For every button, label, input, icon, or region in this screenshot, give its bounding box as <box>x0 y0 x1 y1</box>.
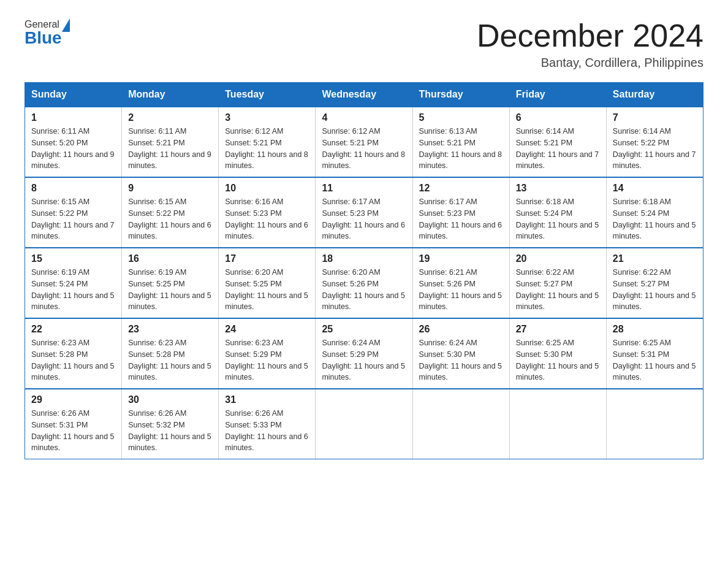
day-info: Sunrise: 6:13 AMSunset: 5:21 PMDaylight:… <box>419 127 502 170</box>
calendar-table: SundayMondayTuesdayWednesdayThursdayFrid… <box>25 82 703 459</box>
calendar-cell: 31 Sunrise: 6:26 AMSunset: 5:33 PMDaylig… <box>219 389 316 459</box>
day-info: Sunrise: 6:25 AMSunset: 5:30 PMDaylight:… <box>516 339 599 381</box>
calendar-week-row: 29 Sunrise: 6:26 AMSunset: 5:31 PMDaylig… <box>25 389 703 459</box>
day-info: Sunrise: 6:18 AMSunset: 5:24 PMDaylight:… <box>613 197 696 240</box>
day-info: Sunrise: 6:23 AMSunset: 5:28 PMDaylight:… <box>31 339 115 381</box>
calendar-cell: 12 Sunrise: 6:17 AMSunset: 5:23 PMDaylig… <box>412 177 509 248</box>
day-info: Sunrise: 6:26 AMSunset: 5:31 PMDaylight:… <box>31 409 115 452</box>
day-number: 9 <box>128 183 212 194</box>
day-number: 10 <box>225 183 309 194</box>
day-number: 12 <box>419 183 503 194</box>
day-info: Sunrise: 6:22 AMSunset: 5:27 PMDaylight:… <box>516 268 599 311</box>
header-row: SundayMondayTuesdayWednesdayThursdayFrid… <box>25 83 703 107</box>
day-info: Sunrise: 6:19 AMSunset: 5:25 PMDaylight:… <box>128 268 211 311</box>
day-number: 11 <box>322 183 406 194</box>
day-number: 31 <box>225 394 309 405</box>
page-header: General Blue December 2024 Bantay, Cordi… <box>25 18 703 70</box>
calendar-cell <box>412 389 509 459</box>
day-number: 19 <box>419 253 503 264</box>
day-info: Sunrise: 6:23 AMSunset: 5:29 PMDaylight:… <box>225 339 308 381</box>
month-year-title: December 2024 <box>477 18 703 53</box>
calendar-week-row: 22 Sunrise: 6:23 AMSunset: 5:28 PMDaylig… <box>25 318 703 389</box>
calendar-cell: 7 Sunrise: 6:14 AMSunset: 5:22 PMDayligh… <box>606 107 703 177</box>
calendar-cell: 18 Sunrise: 6:20 AMSunset: 5:26 PMDaylig… <box>316 248 412 318</box>
day-info: Sunrise: 6:16 AMSunset: 5:23 PMDaylight:… <box>225 197 308 240</box>
day-number: 26 <box>419 324 503 335</box>
calendar-cell: 5 Sunrise: 6:13 AMSunset: 5:21 PMDayligh… <box>412 107 509 177</box>
day-info: Sunrise: 6:14 AMSunset: 5:22 PMDaylight:… <box>613 127 696 170</box>
day-info: Sunrise: 6:26 AMSunset: 5:33 PMDaylight:… <box>225 409 308 452</box>
calendar-cell: 29 Sunrise: 6:26 AMSunset: 5:31 PMDaylig… <box>25 389 122 459</box>
day-number: 4 <box>322 112 406 123</box>
day-info: Sunrise: 6:18 AMSunset: 5:24 PMDaylight:… <box>516 197 599 240</box>
day-info: Sunrise: 6:22 AMSunset: 5:27 PMDaylight:… <box>613 268 696 311</box>
calendar-cell: 28 Sunrise: 6:25 AMSunset: 5:31 PMDaylig… <box>606 318 703 389</box>
calendar-cell <box>316 389 412 459</box>
day-number: 21 <box>613 253 697 264</box>
day-number: 13 <box>516 183 600 194</box>
calendar-cell: 20 Sunrise: 6:22 AMSunset: 5:27 PMDaylig… <box>509 248 606 318</box>
day-info: Sunrise: 6:17 AMSunset: 5:23 PMDaylight:… <box>419 197 502 240</box>
calendar-body: 1 Sunrise: 6:11 AMSunset: 5:20 PMDayligh… <box>25 107 703 459</box>
header-day-friday: Friday <box>509 83 606 107</box>
day-number: 20 <box>516 253 600 264</box>
calendar-cell: 23 Sunrise: 6:23 AMSunset: 5:28 PMDaylig… <box>122 318 219 389</box>
calendar-cell: 17 Sunrise: 6:20 AMSunset: 5:25 PMDaylig… <box>219 248 316 318</box>
day-number: 28 <box>613 324 697 335</box>
calendar-cell: 14 Sunrise: 6:18 AMSunset: 5:24 PMDaylig… <box>606 177 703 248</box>
day-number: 23 <box>128 324 212 335</box>
calendar-cell: 1 Sunrise: 6:11 AMSunset: 5:20 PMDayligh… <box>25 107 122 177</box>
calendar-cell: 15 Sunrise: 6:19 AMSunset: 5:24 PMDaylig… <box>25 248 122 318</box>
logo: General Blue <box>25 18 70 48</box>
day-info: Sunrise: 6:25 AMSunset: 5:31 PMDaylight:… <box>613 339 696 381</box>
header-day-sunday: Sunday <box>25 83 122 107</box>
day-number: 6 <box>516 112 600 123</box>
day-number: 14 <box>613 183 697 194</box>
calendar-cell: 24 Sunrise: 6:23 AMSunset: 5:29 PMDaylig… <box>219 318 316 389</box>
header-day-wednesday: Wednesday <box>316 83 412 107</box>
calendar-cell: 16 Sunrise: 6:19 AMSunset: 5:25 PMDaylig… <box>122 248 219 318</box>
day-info: Sunrise: 6:14 AMSunset: 5:21 PMDaylight:… <box>516 127 599 170</box>
calendar-cell: 21 Sunrise: 6:22 AMSunset: 5:27 PMDaylig… <box>606 248 703 318</box>
day-info: Sunrise: 6:20 AMSunset: 5:26 PMDaylight:… <box>322 268 405 311</box>
day-number: 25 <box>322 324 406 335</box>
calendar-cell: 26 Sunrise: 6:24 AMSunset: 5:30 PMDaylig… <box>412 318 509 389</box>
day-number: 8 <box>31 183 115 194</box>
location-subtitle: Bantay, Cordillera, Philippines <box>477 56 703 70</box>
day-number: 7 <box>613 112 697 123</box>
calendar-cell <box>509 389 606 459</box>
day-number: 24 <box>225 324 309 335</box>
calendar-cell: 9 Sunrise: 6:15 AMSunset: 5:22 PMDayligh… <box>122 177 219 248</box>
day-info: Sunrise: 6:19 AMSunset: 5:24 PMDaylight:… <box>31 268 115 311</box>
day-info: Sunrise: 6:17 AMSunset: 5:23 PMDaylight:… <box>322 197 405 240</box>
day-info: Sunrise: 6:11 AMSunset: 5:21 PMDaylight:… <box>128 127 211 170</box>
day-number: 3 <box>225 112 309 123</box>
calendar-header: SundayMondayTuesdayWednesdayThursdayFrid… <box>25 83 703 107</box>
calendar-week-row: 15 Sunrise: 6:19 AMSunset: 5:24 PMDaylig… <box>25 248 703 318</box>
calendar-cell: 30 Sunrise: 6:26 AMSunset: 5:32 PMDaylig… <box>122 389 219 459</box>
day-info: Sunrise: 6:23 AMSunset: 5:28 PMDaylight:… <box>128 339 211 381</box>
calendar-cell: 6 Sunrise: 6:14 AMSunset: 5:21 PMDayligh… <box>509 107 606 177</box>
day-info: Sunrise: 6:24 AMSunset: 5:30 PMDaylight:… <box>419 339 502 381</box>
calendar-cell: 27 Sunrise: 6:25 AMSunset: 5:30 PMDaylig… <box>509 318 606 389</box>
day-info: Sunrise: 6:24 AMSunset: 5:29 PMDaylight:… <box>322 339 405 381</box>
header-day-tuesday: Tuesday <box>219 83 316 107</box>
title-block: December 2024 Bantay, Cordillera, Philip… <box>477 18 703 70</box>
day-number: 5 <box>419 112 503 123</box>
day-number: 17 <box>225 253 309 264</box>
logo-blue-text: Blue <box>25 28 62 48</box>
day-info: Sunrise: 6:20 AMSunset: 5:25 PMDaylight:… <box>225 268 308 311</box>
calendar-cell: 13 Sunrise: 6:18 AMSunset: 5:24 PMDaylig… <box>509 177 606 248</box>
day-info: Sunrise: 6:26 AMSunset: 5:32 PMDaylight:… <box>128 409 211 452</box>
day-info: Sunrise: 6:12 AMSunset: 5:21 PMDaylight:… <box>225 127 308 170</box>
day-info: Sunrise: 6:15 AMSunset: 5:22 PMDaylight:… <box>128 197 211 240</box>
day-number: 22 <box>31 324 115 335</box>
calendar-cell: 8 Sunrise: 6:15 AMSunset: 5:22 PMDayligh… <box>25 177 122 248</box>
calendar-cell: 25 Sunrise: 6:24 AMSunset: 5:29 PMDaylig… <box>316 318 412 389</box>
day-info: Sunrise: 6:11 AMSunset: 5:20 PMDaylight:… <box>31 127 115 170</box>
calendar-cell: 19 Sunrise: 6:21 AMSunset: 5:26 PMDaylig… <box>412 248 509 318</box>
calendar-cell: 11 Sunrise: 6:17 AMSunset: 5:23 PMDaylig… <box>316 177 412 248</box>
day-number: 18 <box>322 253 406 264</box>
day-number: 30 <box>128 394 212 405</box>
day-number: 16 <box>128 253 212 264</box>
